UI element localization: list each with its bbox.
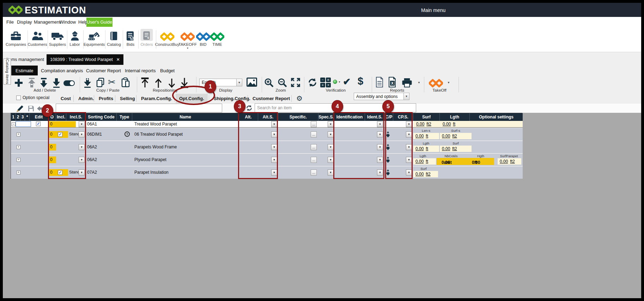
menu-management[interactable]: Management [34,19,61,25]
col-spec-s[interactable]: Spec.S. [318,113,334,121]
chevron-down-icon[interactable]: ▼ [403,93,409,100]
expand-expander[interactable]: + [17,145,20,149]
refresh-icon[interactable] [308,78,317,87]
close-icon[interactable]: ✕ [116,57,120,62]
surfparapet-value[interactable]: 0.00ft2 [498,158,521,165]
add-item-button[interactable] [14,78,23,87]
pencil-edit-icon[interactable] [16,104,25,113]
calculator-grid-icon[interactable]: −≡+× [320,78,331,87]
tab-customer-report[interactable]: Customer Report [82,66,125,75]
toolbar-time[interactable]: TIME [210,29,224,47]
zoom-out-icon[interactable] [277,78,287,87]
toolbar-constructbuy[interactable]: ConstructBuy [155,29,179,47]
move-up-delete-button[interactable] [28,78,36,88]
expand-expander[interactable]: + [17,171,20,174]
chevron-down-icon[interactable]: ▼ [418,81,420,84]
menu-users-guide[interactable]: User's Guide [86,18,113,27]
sorting-code[interactable]: 06A2 [87,145,97,149]
menu-display[interactable]: Display [17,19,32,25]
toolbar-customers[interactable]: Customers [28,29,47,47]
lgth-value[interactable]: 0.00ft [413,158,436,165]
excel-export-icon[interactable]: X [388,77,396,87]
col-3[interactable]: 3 [20,113,25,121]
toolbar-companies[interactable]: Companies [6,29,26,47]
selected-cell[interactable] [16,121,31,127]
lgth-value[interactable]: 0.00ft [441,121,455,127]
spec-s-dropdown[interactable]: ▼ [328,170,334,176]
expand-expander[interactable]: + [17,133,20,136]
sorting-code[interactable]: 07A2 [87,170,97,175]
sorting-code[interactable]: 06A2 [87,157,97,162]
col-name[interactable]: Name [132,113,239,121]
browse-button[interactable]: ... [311,170,317,176]
fullscreen-icon[interactable] [291,78,300,87]
chevron-down-icon[interactable]: ▼ [447,81,450,84]
printer-icon[interactable] [401,78,413,87]
tab-budget[interactable]: Budget [156,66,179,75]
chevron-down-icon[interactable]: ▼ [178,47,197,49]
toolbar-catalog[interactable]: Catalog [107,29,121,47]
spec-s-dropdown[interactable]: ▼ [328,131,334,137]
save-floppy-icon[interactable] [28,105,35,112]
spec-s-dropdown[interactable]: ▼ [328,157,334,163]
image-display-icon[interactable] [246,77,257,87]
item-name[interactable]: Plywood Parapet [134,157,166,162]
toolbar-takeoff[interactable]: TAKEOFF ▼ [178,29,197,49]
move-top-button[interactable] [141,78,149,88]
sorting-code[interactable]: 06A1 [87,122,97,127]
browse-button[interactable]: ... [311,121,317,127]
main-menu-label[interactable]: Main menu [421,7,445,13]
assembly-options-select[interactable]: Assembly and options ▼ [354,93,409,100]
toggle-switch[interactable] [63,80,75,86]
tab-estimate[interactable]: Estimate [11,66,38,75]
spec-s-dropdown[interactable]: ▼ [328,121,334,127]
col-type[interactable]: Type [117,113,132,121]
expand-expander[interactable]: + [17,158,20,162]
toolbar-equipments[interactable]: Equipments [84,29,105,47]
tab-internal-reports[interactable]: Internal reports [121,66,160,75]
config-tab-cost[interactable]: Cost [57,94,74,103]
col-sorting-code[interactable]: Sorting Code [86,113,117,121]
item-name[interactable]: Parapet Insulation [134,170,169,175]
nbcotes-hgth-values[interactable]: 0.00 unit 0.00 ft [437,158,494,165]
copy-icon[interactable] [96,78,105,87]
toolbar-orders[interactable]: $ Orders [140,29,153,47]
menu-file[interactable]: File [6,19,14,25]
col-specific[interactable]: Specific. [278,113,318,121]
document-report-icon[interactable] [375,77,384,87]
paste-insert-button[interactable] [83,78,92,88]
toolbar-bids[interactable]: Bids [126,29,135,47]
dollar-icon[interactable]: $ [358,75,363,87]
chevron-down-icon[interactable]: ▼ [236,79,242,86]
col-1[interactable]: 1 [11,113,16,121]
config-tab-selling[interactable]: Selling [116,94,139,103]
move-down-button[interactable] [168,78,176,88]
item-name[interactable]: 06 Treated Wood Parapet [134,132,183,137]
insert-below-button[interactable] [52,78,61,88]
lgth-value[interactable]: 0.00ft [413,146,439,152]
browse-button[interactable]: ... [311,157,317,163]
collapse-expander[interactable]: − [12,122,16,126]
config-tab-profits[interactable]: Profits [95,94,117,103]
len-s-value[interactable]: 0.00ft [413,133,439,139]
check-verification-icon[interactable]: ✔ [343,76,351,87]
move-up-button[interactable] [154,78,162,88]
toolbar-bid[interactable]: BID [196,29,210,47]
col-star[interactable]: * [25,113,30,121]
remove-item-button[interactable] [40,78,48,88]
refresh-search-icon[interactable] [246,105,253,111]
zoom-in-icon[interactable] [264,78,274,87]
toolbar-labor[interactable]: Labor [69,29,80,47]
sidebar-tab-catalog-items[interactable]: Catalog items [4,59,11,85]
status-light-dropdown[interactable]: ▼ [333,80,341,84]
item-name[interactable]: Treated Wood Parapet [134,122,177,127]
config-tab-customer-report[interactable]: Customer Report [249,94,293,103]
toolbar-suppliers[interactable]: Suppliers [49,29,66,47]
col-optional-settings[interactable]: Optional settings [470,113,523,121]
config-tab-param-config[interactable]: Param.Config. [138,94,176,103]
browse-button[interactable]: ... [311,144,317,150]
sorting-code[interactable]: 06DIM1 [87,132,102,137]
item-edit-input[interactable] [56,104,222,112]
menu-window[interactable]: Window [60,19,76,25]
browse-button[interactable]: ... [311,131,317,137]
